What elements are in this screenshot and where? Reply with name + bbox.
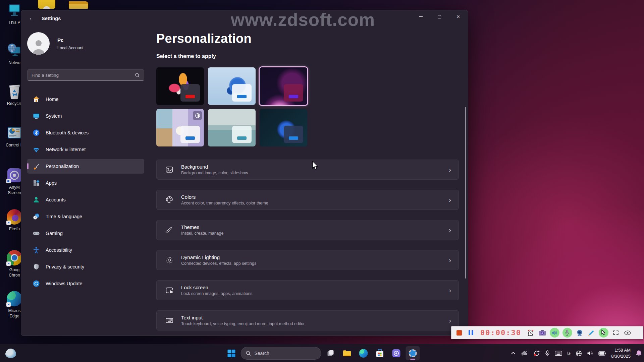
file-explorer-button[interactable]: [340, 346, 354, 360]
screen-recorder-button[interactable]: [389, 346, 404, 360]
row-title: Background: [181, 164, 248, 170]
task-view-button[interactable]: [324, 346, 338, 360]
touch-keyboard-icon[interactable]: [555, 351, 562, 356]
battery-icon[interactable]: [598, 351, 606, 356]
region-select-button[interactable]: [611, 328, 620, 338]
sidebar-item-label: Bluetooth & devices: [46, 130, 89, 135]
search-icon: [246, 351, 251, 356]
sidebar-item-network-internet[interactable]: Network & internet: [27, 142, 144, 157]
onedrive-offline-icon[interactable]: [521, 351, 528, 356]
row-background[interactable]: BackgroundBackground image, color, slide…: [156, 160, 459, 180]
accounts-icon: [32, 196, 40, 204]
themes-icon: [165, 226, 174, 235]
snapshot-button[interactable]: [538, 328, 547, 338]
stop-button[interactable]: [455, 328, 464, 338]
screen-recorder-icon: [392, 349, 401, 358]
microphone-toggle-on[interactable]: [562, 328, 572, 338]
sidebar-item-apps[interactable]: Apps: [27, 176, 144, 190]
taskbar-search-label: Search: [255, 351, 269, 356]
system-tray: فا 1:58 AM 8/30/2025: [511, 344, 642, 362]
network-icon: [6, 42, 23, 59]
account-type: Local Account: [57, 46, 84, 50]
pencil-icon: [589, 330, 594, 336]
row-subtitle: Accent color, transparency effects, colo…: [181, 201, 268, 205]
minimize-icon: [419, 16, 423, 17]
sidebar-item-windows-update[interactable]: Windows Update: [27, 276, 144, 291]
speaker-toggle-on[interactable]: [550, 328, 559, 338]
avatar[interactable]: [27, 32, 50, 55]
maximize-button[interactable]: [432, 10, 447, 23]
draw-button[interactable]: [587, 328, 596, 338]
tray-chevron-up[interactable]: [511, 351, 516, 356]
settings-button-active[interactable]: [406, 346, 420, 360]
sidebar-item-accessibility[interactable]: Accessibility: [27, 243, 144, 257]
row-title: Dynamic Lighting: [181, 254, 256, 260]
find-setting-input[interactable]: [28, 73, 135, 78]
theme-flow-dark[interactable]: [260, 109, 307, 146]
edge-button[interactable]: [357, 346, 371, 360]
sidebar-item-bluetooth-devices[interactable]: Bluetooth & devices: [27, 125, 144, 140]
theme-dark-flower[interactable]: [156, 67, 204, 105]
sidebar-item-home[interactable]: Home: [27, 92, 144, 107]
theme-captured-motion[interactable]: [156, 109, 204, 146]
chevron-right-icon: ›: [449, 317, 451, 324]
accessibility-icon: [32, 246, 40, 254]
sidebar-item-system[interactable]: System: [27, 109, 144, 123]
sidebar-item-label: Apps: [46, 180, 57, 186]
widgets-icon[interactable]: [5, 349, 16, 358]
theme-glow-selected[interactable]: [260, 67, 307, 105]
alarm-button[interactable]: [526, 328, 535, 338]
partial-desktop-icon: [69, 1, 88, 9]
minimize-button[interactable]: [413, 10, 428, 23]
row-lock-screen[interactable]: Lock screenLock screen images, apps, ani…: [156, 280, 459, 300]
sidebar-item-privacy-security[interactable]: Privacy & security: [27, 259, 144, 274]
settings-rows: BackgroundBackground image, color, slide…: [156, 160, 459, 330]
sidebar-item-gaming[interactable]: Gaming: [27, 226, 144, 241]
cursor-capture-toggle-on[interactable]: [599, 328, 608, 338]
notification-bell-icon[interactable]: [636, 350, 642, 357]
mouse-cursor: [312, 161, 319, 172]
taskbar-search[interactable]: Search: [241, 347, 321, 360]
volume-icon[interactable]: [587, 351, 593, 356]
camera-icon: [538, 329, 546, 336]
microsoft-store-button[interactable]: [373, 346, 387, 360]
chevron-right-icon: ›: [449, 257, 451, 263]
webcam-button[interactable]: [575, 328, 584, 338]
row-colors[interactable]: ColorsAccent color, transparency effects…: [156, 190, 459, 210]
preview-button[interactable]: [623, 328, 632, 338]
region-select-icon: [613, 330, 619, 335]
tray-microphone-icon[interactable]: [545, 350, 550, 357]
taskbar-center: Search: [224, 344, 420, 362]
speaker-icon: [551, 330, 557, 336]
theme-preview-window: [232, 126, 252, 143]
back-button[interactable]: ←: [26, 13, 37, 23]
start-button[interactable]: [224, 346, 238, 360]
theme-light-bloom[interactable]: [208, 67, 256, 105]
scrollbar[interactable]: [465, 107, 466, 279]
row-text-input[interactable]: Text inputTouch keyboard, voice typing, …: [156, 310, 459, 330]
row-title: Text input: [181, 315, 305, 320]
language-indicator[interactable]: فا: [567, 351, 571, 356]
no-internet-icon[interactable]: [576, 350, 582, 357]
microphone-icon: [565, 329, 570, 336]
windows-update-icon: [32, 280, 40, 288]
theme-accent-pill: [289, 95, 298, 98]
bluetooth-icon: [32, 129, 40, 137]
update-restart-icon[interactable]: [533, 350, 540, 357]
sidebar-item-time-language[interactable]: Time & language: [27, 209, 144, 224]
taskbar-clock[interactable]: 1:58 AM 8/30/2025: [611, 347, 631, 359]
sidebar-item-label: Privacy & security: [46, 264, 84, 269]
theme-sunrise[interactable]: [208, 109, 256, 146]
row-themes[interactable]: ThemesInstall, create, manage ›: [156, 220, 459, 240]
sidebar-item-personalization[interactable]: Personalization: [27, 159, 144, 174]
sidebar-item-accounts[interactable]: Accounts: [27, 192, 144, 207]
row-dynamic-lighting[interactable]: Dynamic LightingConnected devices, effec…: [156, 250, 459, 270]
find-setting-box[interactable]: [27, 69, 144, 81]
sidebar-item-label: Windows Update: [46, 281, 83, 286]
pause-button[interactable]: [467, 328, 475, 338]
cursor-icon: [601, 329, 606, 336]
chevron-right-icon: ›: [449, 227, 451, 233]
theme-preview-window: [232, 84, 252, 102]
close-button[interactable]: ×: [450, 10, 466, 23]
section-heading: Select a theme to apply: [156, 53, 216, 59]
